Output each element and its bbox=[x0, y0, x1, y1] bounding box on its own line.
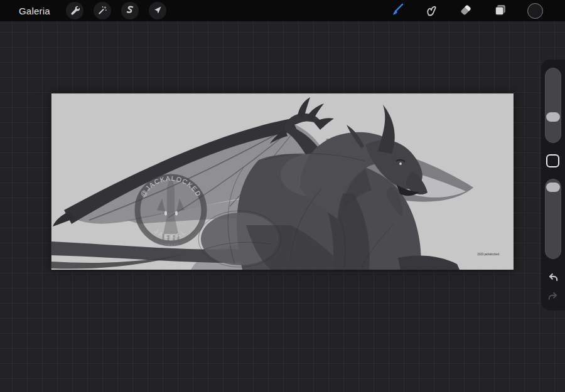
transform-button[interactable] bbox=[149, 2, 166, 19]
left-tool-group bbox=[66, 2, 166, 19]
selection-s-icon bbox=[125, 5, 135, 17]
artist-signature: 2020 jackalocked bbox=[477, 253, 499, 256]
workspace-background: @JACKALOCKED JACKAL LOBAZO 2020 jackaloc… bbox=[0, 21, 565, 392]
magic-wand-icon bbox=[97, 5, 107, 17]
artwork-canvas[interactable]: @JACKALOCKED JACKAL LOBAZO 2020 jackaloc… bbox=[51, 93, 514, 270]
dragon-artwork: @JACKALOCKED JACKAL LOBAZO 2020 jackaloc… bbox=[51, 93, 514, 270]
selection-button[interactable] bbox=[121, 2, 139, 19]
modify-button[interactable] bbox=[546, 154, 559, 167]
erase-tool-button[interactable] bbox=[458, 3, 474, 19]
smudge-tool-button[interactable] bbox=[423, 3, 439, 19]
eraser-icon bbox=[459, 3, 473, 19]
undo-icon bbox=[547, 272, 559, 284]
undo-button[interactable] bbox=[546, 270, 561, 285]
brush-size-slider[interactable] bbox=[545, 68, 561, 143]
gallery-button[interactable]: Galeria bbox=[19, 6, 50, 16]
watermark: @JACKALOCKED JACKAL LOBAZO bbox=[137, 172, 204, 247]
color-swatch bbox=[527, 3, 543, 19]
adjustments-button[interactable] bbox=[94, 2, 111, 19]
brush-icon bbox=[390, 3, 404, 19]
sidebar bbox=[541, 60, 565, 310]
brush-size-handle[interactable] bbox=[546, 112, 560, 122]
transform-arrow-icon bbox=[153, 5, 163, 17]
opacity-handle[interactable] bbox=[546, 183, 560, 192]
topbar: Galeria bbox=[0, 0, 565, 21]
layers-icon bbox=[493, 3, 507, 19]
redo-icon bbox=[547, 291, 559, 303]
color-button[interactable] bbox=[527, 3, 543, 19]
right-tool-group bbox=[389, 3, 565, 19]
paint-tool-button[interactable] bbox=[389, 3, 405, 19]
smudge-icon bbox=[424, 3, 438, 19]
layers-button[interactable] bbox=[492, 3, 508, 19]
wrench-icon bbox=[70, 5, 80, 17]
actions-button[interactable] bbox=[66, 2, 83, 19]
opacity-slider[interactable] bbox=[545, 179, 561, 259]
redo-button[interactable] bbox=[546, 289, 561, 304]
watermark-subtext: LOBAZO bbox=[162, 243, 180, 247]
